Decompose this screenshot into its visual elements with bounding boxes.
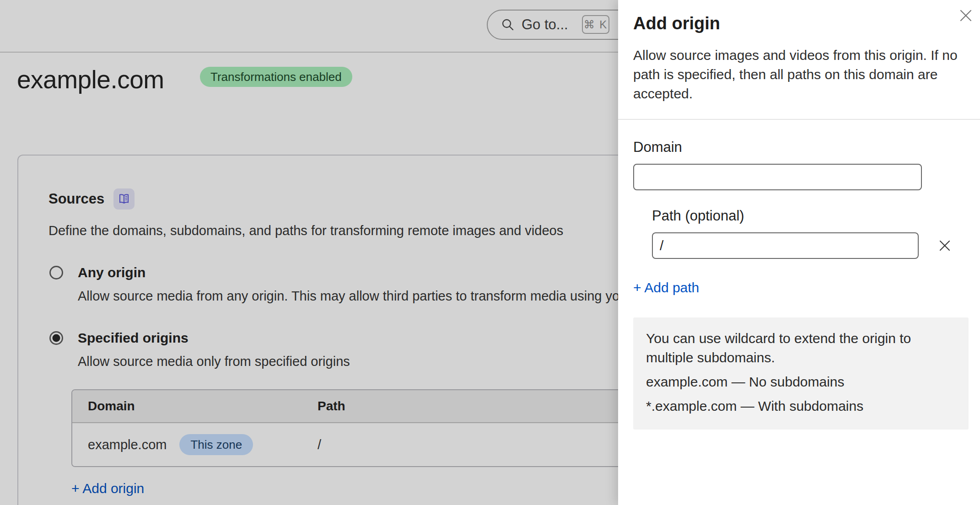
add-path-link[interactable]: + Add path: [633, 280, 699, 295]
wildcard-example-with-subdomains: *.example.com — With subdomains: [646, 397, 958, 416]
domain-input[interactable]: [633, 164, 922, 190]
path-input[interactable]: [652, 232, 919, 259]
wildcard-info-box: You can use wildcard to extend the origi…: [633, 317, 969, 430]
remove-path-button[interactable]: [935, 236, 955, 256]
wildcard-example-no-subdomains: example.com — No subdomains: [646, 372, 958, 392]
drawer-divider: [618, 119, 980, 120]
path-field-label: Path (optional): [652, 208, 744, 224]
remove-x-icon: [937, 238, 953, 253]
wildcard-info-text: You can use wildcard to extend the origi…: [646, 329, 958, 367]
domain-field-label: Domain: [633, 139, 682, 155]
drawer-close-button[interactable]: [958, 7, 974, 24]
drawer-title: Add origin: [633, 14, 969, 33]
drawer-description: Allow source images and videos from this…: [633, 46, 958, 103]
add-origin-drawer: Add origin Allow source images and video…: [618, 0, 980, 505]
close-icon: [958, 8, 973, 23]
